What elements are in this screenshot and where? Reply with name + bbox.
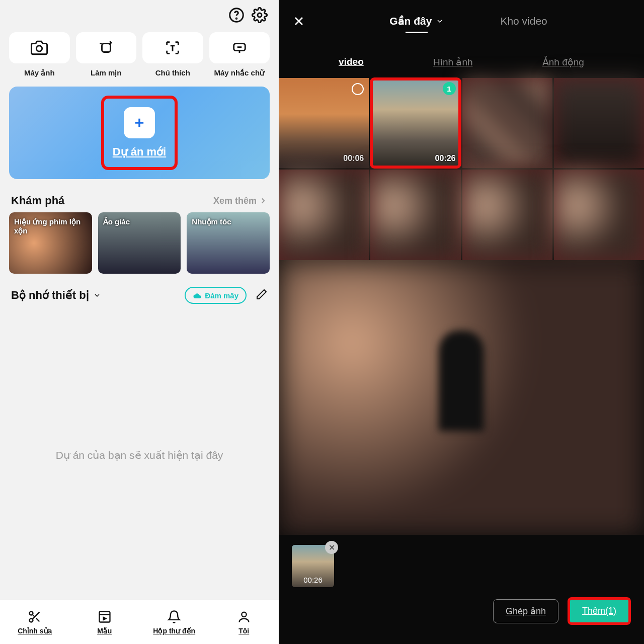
nav-me[interactable]: Tôi	[209, 600, 279, 644]
scissors-icon	[28, 610, 42, 624]
tool-label: Máy nhắc chữ	[214, 68, 265, 77]
discover-card[interactable]: Nhuộm tóc	[187, 212, 270, 274]
video-thumb[interactable]	[554, 170, 644, 260]
help-icon[interactable]	[228, 7, 245, 25]
svg-point-7	[30, 618, 33, 622]
remove-icon[interactable]: ✕	[325, 541, 338, 554]
thumb-duration: 00:26	[435, 154, 456, 163]
bell-icon	[167, 610, 181, 624]
video-thumb[interactable]	[462, 78, 552, 168]
video-thumb[interactable]: 00:06	[279, 78, 369, 168]
tool-row: Máy ảnh Làm mịn Chú thích Máy nhắc chữ	[0, 29, 279, 84]
user-icon	[237, 610, 251, 624]
selection-badge: 1	[443, 82, 456, 95]
chevron-right-icon	[259, 196, 268, 205]
select-radio[interactable]	[352, 83, 364, 95]
chevron-down-icon	[93, 291, 101, 299]
nav-template[interactable]: Mẫu	[70, 600, 140, 644]
tool-smooth[interactable]: Làm mịn	[76, 32, 137, 77]
edit-icon[interactable]	[256, 288, 268, 302]
svg-rect-4	[102, 44, 110, 52]
empty-state: Dự án của bạn sẽ xuất hiện tại đây	[0, 311, 279, 600]
thumb-duration: 00:06	[343, 154, 364, 163]
cloud-button[interactable]: Đám mây	[185, 287, 247, 304]
settings-icon[interactable]	[252, 7, 268, 25]
template-icon	[98, 610, 112, 624]
blurred-grid-continuation[interactable]	[279, 260, 644, 535]
home-panel: Máy ảnh Làm mịn Chú thích Máy nhắc chữ D…	[0, 0, 279, 644]
video-thumb[interactable]	[370, 170, 460, 260]
tool-label: Chú thích	[155, 68, 190, 77]
top-icons	[0, 0, 279, 29]
media-picker-panel: Gần đây Kho video video Hình ảnh Ảnh độn…	[279, 0, 644, 644]
cloud-icon	[193, 291, 202, 300]
media-tab-video[interactable]: video	[339, 56, 364, 68]
nav-edit[interactable]: Chỉnh sửa	[0, 600, 70, 644]
caption-icon	[164, 39, 181, 56]
tool-label: Máy ảnh	[24, 68, 55, 77]
discover-card[interactable]: Hiệu ứng phim lộn xộn	[9, 212, 92, 274]
tool-label: Làm mịn	[91, 68, 122, 77]
teleprompter-icon	[231, 39, 248, 56]
camera-icon	[31, 39, 48, 56]
see-more-link[interactable]: Xem thêm	[213, 196, 268, 206]
tool-caption[interactable]: Chú thích	[142, 32, 203, 77]
bottom-nav: Chỉnh sửa Mẫu Hộp thư đến Tôi	[0, 600, 279, 644]
highlight-box	[101, 96, 178, 170]
media-tab-image[interactable]: Hình ảnh	[433, 56, 473, 68]
chevron-down-icon	[436, 17, 444, 25]
thumb-grid: 00:06 1 00:26	[279, 78, 644, 260]
media-tab-gif[interactable]: Ảnh động	[542, 56, 584, 68]
video-thumb-selected[interactable]: 1 00:26	[370, 78, 460, 168]
svg-point-9	[242, 612, 246, 616]
tool-teleprompter[interactable]: Máy nhắc chữ	[209, 32, 270, 77]
video-thumb[interactable]	[554, 78, 644, 168]
svg-point-2	[258, 13, 262, 17]
selection-strip: ✕ 00:26	[279, 535, 644, 597]
tab-recent[interactable]: Gần đây	[389, 15, 444, 27]
smooth-icon	[98, 39, 115, 56]
svg-point-3	[37, 46, 42, 51]
svg-rect-8	[99, 611, 110, 622]
discover-title: Khám phá	[11, 194, 64, 207]
video-thumb[interactable]	[462, 170, 552, 260]
new-project-button[interactable]: Dự án mới	[9, 87, 270, 179]
tab-stock[interactable]: Kho video	[500, 15, 547, 27]
discover-card[interactable]: Ảo giác	[98, 212, 181, 274]
discover-row: Hiệu ứng phim lộn xộn Ảo giác Nhuộm tóc	[0, 212, 279, 274]
merge-button[interactable]: Ghép ảnh	[493, 599, 558, 623]
add-button[interactable]: Thêm(1)	[568, 597, 631, 625]
nav-inbox[interactable]: Hộp thư đến	[139, 600, 209, 644]
selected-thumb[interactable]: ✕ 00:26	[292, 545, 334, 587]
tool-camera[interactable]: Máy ảnh	[9, 32, 70, 77]
video-thumb[interactable]	[279, 170, 369, 260]
close-icon[interactable]	[292, 14, 306, 28]
svg-point-1	[236, 18, 237, 19]
storage-title[interactable]: Bộ nhớ thiết bị	[11, 289, 101, 302]
svg-point-6	[30, 611, 33, 615]
selected-duration: 00:26	[303, 576, 323, 584]
